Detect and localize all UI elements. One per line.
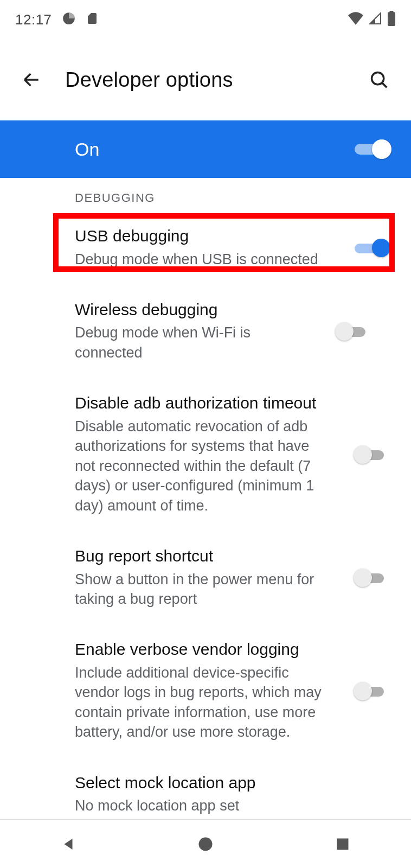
- setting-desc: Include additional device-specific vendo…: [75, 663, 333, 742]
- section-header-debugging: DEBUGGING: [0, 178, 411, 210]
- setting-desc: No mock location app set: [75, 796, 378, 815]
- setting-title: Bug report shortcut: [75, 546, 333, 566]
- svg-point-4: [198, 837, 212, 851]
- setting-bug-report-shortcut[interactable]: Bug report shortcut Show a button in the…: [0, 531, 411, 624]
- wireless-debugging-switch[interactable]: [336, 320, 371, 342]
- svg-rect-2: [390, 11, 394, 13]
- setting-text: Bug report shortcut Show a button in the…: [75, 546, 344, 609]
- setting-verbose-vendor-logging[interactable]: Enable verbose vendor logging Include ad…: [0, 624, 411, 757]
- setting-text: USB debugging Debug mode when USB is con…: [75, 226, 344, 269]
- signal-icon: [369, 12, 382, 27]
- nav-home-icon[interactable]: [194, 832, 217, 856]
- master-switch[interactable]: [355, 138, 389, 160]
- svg-rect-5: [337, 838, 348, 850]
- setting-title: Wireless debugging: [75, 299, 292, 320]
- setting-desc: Debug mode when USB is connected: [75, 250, 333, 269]
- setting-title: Enable verbose vendor logging: [75, 639, 333, 660]
- setting-title: Disable adb authorization timeout: [75, 393, 333, 413]
- back-arrow-icon[interactable]: [20, 68, 43, 92]
- status-time: 12:17: [15, 11, 52, 28]
- nav-recent-icon[interactable]: [331, 832, 355, 856]
- header: Developer options: [0, 39, 411, 120]
- setting-text: Enable verbose vendor logging Include ad…: [75, 639, 344, 742]
- usb-debugging-switch[interactable]: [355, 237, 389, 258]
- setting-desc: Disable automatic revocation of adb auth…: [75, 417, 333, 515]
- setting-wireless-debugging[interactable]: Wireless debugging Debug mode when Wi-Fi…: [0, 284, 411, 378]
- setting-text: Select mock location app No mock locatio…: [75, 773, 389, 816]
- verbose-vendor-logging-switch[interactable]: [355, 680, 389, 701]
- setting-text: Disable adb authorization timeout Disabl…: [75, 393, 344, 515]
- svg-point-3: [372, 73, 384, 85]
- page-title: Developer options: [65, 68, 345, 92]
- wifi-icon: [348, 12, 363, 27]
- sd-card-icon: [86, 11, 99, 28]
- setting-title: USB debugging: [75, 226, 333, 246]
- setting-desc: Show a button in the power menu for taki…: [75, 570, 333, 609]
- svg-rect-1: [388, 12, 395, 26]
- adb-auth-timeout-switch[interactable]: [355, 443, 389, 465]
- developer-options-master-toggle[interactable]: On: [0, 120, 411, 178]
- setting-usb-debugging[interactable]: USB debugging Debug mode when USB is con…: [0, 210, 411, 284]
- setting-disable-adb-auth-timeout[interactable]: Disable adb authorization timeout Disabl…: [0, 378, 411, 531]
- setting-title: Select mock location app: [75, 773, 378, 793]
- setting-text: Wireless debugging Debug mode when Wi-Fi…: [75, 299, 303, 362]
- master-toggle-label: On: [75, 139, 99, 160]
- bug-report-shortcut-switch[interactable]: [355, 566, 389, 588]
- search-icon[interactable]: [367, 67, 391, 92]
- battery-icon: [387, 11, 396, 28]
- status-bar: 12:17: [0, 0, 411, 39]
- nav-back-icon[interactable]: [56, 832, 80, 856]
- browser-icon: [62, 11, 76, 28]
- setting-desc: Debug mode when Wi-Fi is connected: [75, 323, 292, 362]
- navigation-bar: [0, 819, 411, 868]
